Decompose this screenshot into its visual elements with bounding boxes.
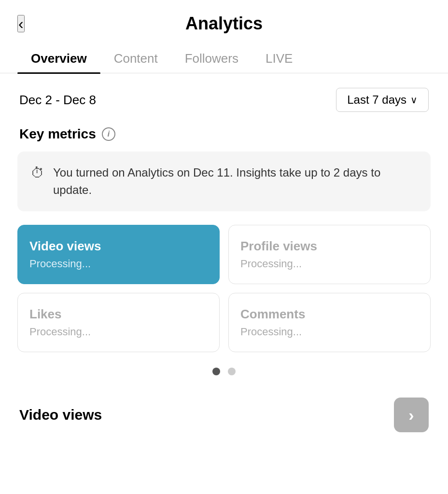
bottom-section-title: Video views <box>19 407 102 423</box>
metric-card-title-likes: Likes <box>29 307 208 322</box>
metric-card-likes[interactable]: LikesProcessing... <box>17 293 220 352</box>
next-button[interactable]: › <box>394 398 429 432</box>
pagination-dot-0[interactable] <box>212 368 220 375</box>
key-metrics-section: Key metrics i <box>0 122 448 151</box>
tabs-bar: OverviewContentFollowersLIVE <box>0 43 448 73</box>
metric-card-title-video-views: Video views <box>29 239 208 254</box>
chevron-down-icon: ∨ <box>410 94 418 106</box>
header: ‹ Analytics <box>0 0 448 43</box>
metrics-grid: Video viewsProcessing...Profile viewsPro… <box>0 225 448 352</box>
metric-card-video-views[interactable]: Video viewsProcessing... <box>17 225 220 284</box>
metric-card-value-profile-views: Processing... <box>240 258 419 270</box>
date-filter-label: Last 7 days <box>347 93 406 107</box>
metric-card-value-comments: Processing... <box>240 326 419 338</box>
tab-followers[interactable]: Followers <box>171 43 252 73</box>
metric-card-comments[interactable]: CommentsProcessing... <box>228 293 431 352</box>
analytics-notice: ⏱ You turned on Analytics on Dec 11. Ins… <box>17 151 431 211</box>
tab-live[interactable]: LIVE <box>252 43 306 73</box>
metric-card-value-video-views: Processing... <box>29 258 208 270</box>
clock-icon: ⏱ <box>31 165 44 181</box>
metric-card-title-profile-views: Profile views <box>240 239 419 254</box>
metric-card-value-likes: Processing... <box>29 326 208 338</box>
notice-text: You turned on Analytics on Dec 11. Insig… <box>53 164 417 199</box>
date-filter-button[interactable]: Last 7 days ∨ <box>336 88 429 112</box>
bottom-section: Video views › <box>0 393 448 442</box>
tab-overview[interactable]: Overview <box>17 43 100 73</box>
tab-content[interactable]: Content <box>100 43 171 73</box>
pagination-dots <box>0 368 448 375</box>
metric-card-profile-views[interactable]: Profile viewsProcessing... <box>228 225 431 284</box>
next-arrow-icon: › <box>408 406 414 425</box>
pagination-dot-1[interactable] <box>228 368 236 375</box>
metric-card-title-comments: Comments <box>240 307 419 322</box>
key-metrics-title: Key metrics <box>19 126 96 142</box>
date-range-label: Dec 2 - Dec 8 <box>19 93 96 108</box>
info-icon[interactable]: i <box>102 127 115 141</box>
page-title: Analytics <box>185 14 263 34</box>
back-button[interactable]: ‹ <box>17 15 25 32</box>
date-row: Dec 2 - Dec 8 Last 7 days ∨ <box>0 73 448 122</box>
